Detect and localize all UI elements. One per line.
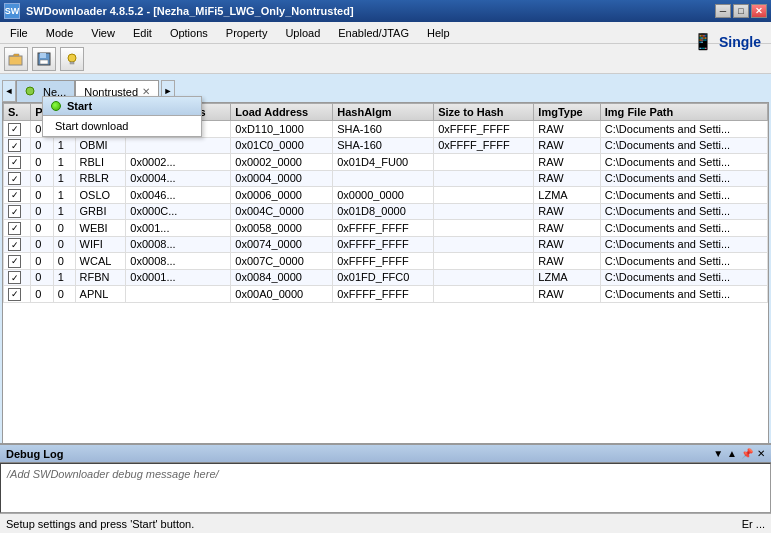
- app-icon: SW: [4, 3, 20, 19]
- debug-placeholder: /Add SWDownloader debug message here/: [7, 468, 219, 480]
- open-button[interactable]: [4, 47, 28, 71]
- cell-path: C:\Documents and Setti...: [600, 286, 767, 303]
- cell-flash: 0x0001...: [126, 269, 231, 286]
- cell-hash: [333, 170, 434, 187]
- cell-checkbox: [4, 187, 31, 204]
- cell-name: GRBI: [75, 203, 126, 220]
- menu-edit[interactable]: Edit: [125, 23, 160, 43]
- cell-checkbox: [4, 154, 31, 171]
- row-checkbox[interactable]: [8, 271, 21, 284]
- cell-t: 0: [53, 220, 75, 237]
- debug-down-btn[interactable]: ▼: [713, 448, 723, 459]
- start-popup-title: Start: [67, 100, 92, 112]
- cell-imgtype: RAW: [534, 236, 600, 253]
- cell-hash: 0x01D4_FU00: [333, 154, 434, 171]
- cell-flash: 0x0002...: [126, 154, 231, 171]
- mode-label: Single: [719, 34, 761, 50]
- cell-checkbox: [4, 286, 31, 303]
- debug-up-btn[interactable]: ▲: [727, 448, 737, 459]
- cell-flash: 0x000C...: [126, 203, 231, 220]
- cell-checkbox: [4, 203, 31, 220]
- cell-flash: 0x0004...: [126, 170, 231, 187]
- cell-p: 0: [31, 154, 53, 171]
- menu-jtag[interactable]: Enabled/JTAG: [330, 23, 417, 43]
- row-checkbox[interactable]: [8, 156, 21, 169]
- svg-rect-6: [70, 62, 74, 64]
- cell-load: 0x01C0_0000: [231, 137, 333, 154]
- cell-t: 1: [53, 170, 75, 187]
- col-load: Load Address: [231, 104, 333, 121]
- cell-checkbox: [4, 121, 31, 138]
- cell-load: 0x004C_0000: [231, 203, 333, 220]
- table-row[interactable]: 00WIFI0x0008...0x0074_00000xFFFF_FFFFRAW…: [4, 236, 768, 253]
- menu-mode[interactable]: Mode: [38, 23, 82, 43]
- table-row[interactable]: 01OBMI0x01C0_0000SHA-1600xFFFF_FFFFRAWC:…: [4, 137, 768, 154]
- cell-size: [434, 269, 534, 286]
- close-button[interactable]: ✕: [751, 4, 767, 18]
- cell-name: WEBI: [75, 220, 126, 237]
- debug-pin-btn[interactable]: 📌: [741, 448, 753, 459]
- cell-flash: 0x0008...: [126, 236, 231, 253]
- row-checkbox[interactable]: [8, 255, 21, 268]
- minimize-button[interactable]: ─: [715, 4, 731, 18]
- col-path: Img File Path: [600, 104, 767, 121]
- cell-path: C:\Documents and Setti...: [600, 187, 767, 204]
- menu-file[interactable]: File: [2, 23, 36, 43]
- cell-p: 0: [31, 203, 53, 220]
- single-mode-area: 📱 Single: [693, 32, 761, 51]
- bulb-button[interactable]: [60, 47, 84, 71]
- cell-name: WCAL: [75, 253, 126, 270]
- cell-imgtype: RAW: [534, 203, 600, 220]
- row-checkbox[interactable]: [8, 205, 21, 218]
- cell-flash: 0x001...: [126, 220, 231, 237]
- title-bar-controls[interactable]: ─ □ ✕: [715, 4, 767, 18]
- tab-left-nav[interactable]: ◄: [2, 80, 16, 102]
- maximize-button[interactable]: □: [733, 4, 749, 18]
- cell-p: 0: [31, 253, 53, 270]
- cell-imgtype: LZMA: [534, 187, 600, 204]
- row-checkbox[interactable]: [8, 189, 21, 202]
- table-row[interactable]: 00WCAL0x0008...0x007C_00000xFFFF_FFFFRAW…: [4, 253, 768, 270]
- cell-hash: 0xFFFF_FFFF: [333, 253, 434, 270]
- svg-rect-0: [9, 56, 22, 65]
- cell-p: 0: [31, 220, 53, 237]
- debug-close-btn[interactable]: ✕: [757, 448, 765, 459]
- row-checkbox[interactable]: [8, 172, 21, 185]
- cell-imgtype: RAW: [534, 220, 600, 237]
- row-checkbox[interactable]: [8, 123, 21, 136]
- table-row[interactable]: 01RBLI0x0002...0x0002_00000x01D4_FU00RAW…: [4, 154, 768, 171]
- menu-property[interactable]: Property: [218, 23, 276, 43]
- status-message: Setup settings and press 'Start' button.: [6, 518, 194, 530]
- debug-controls: ▼ ▲ 📌 ✕: [713, 448, 765, 459]
- table-row[interactable]: 00WEBI0x001...0x0058_00000xFFFF_FFFFRAWC…: [4, 220, 768, 237]
- debug-header-text: Debug Log: [6, 448, 63, 460]
- table-row[interactable]: 00APNL0x00A0_00000xFFFF_FFFFRAWC:\Docume…: [4, 286, 768, 303]
- cell-hash: 0xFFFF_FFFF: [333, 286, 434, 303]
- row-checkbox[interactable]: [8, 222, 21, 235]
- cell-checkbox: [4, 137, 31, 154]
- save-button[interactable]: [32, 47, 56, 71]
- cell-checkbox: [4, 236, 31, 253]
- cell-checkbox: [4, 253, 31, 270]
- table-row[interactable]: 01GRBI0x000C...0x004C_00000x01D8_0000RAW…: [4, 203, 768, 220]
- table-row[interactable]: 01OSLO0x0046...0x0006_00000x0000_0000LZM…: [4, 187, 768, 204]
- menu-upload[interactable]: Upload: [277, 23, 328, 43]
- row-checkbox[interactable]: [8, 238, 21, 251]
- cell-size: [434, 286, 534, 303]
- cell-t: 1: [53, 269, 75, 286]
- cell-size: [434, 253, 534, 270]
- table-row[interactable]: 01RBLR0x0004...0x0004_0000RAWC:\Document…: [4, 170, 768, 187]
- cell-imgtype: RAW: [534, 137, 600, 154]
- menu-options[interactable]: Options: [162, 23, 216, 43]
- debug-header: Debug Log ▼ ▲ 📌 ✕: [0, 445, 771, 463]
- menu-view[interactable]: View: [83, 23, 123, 43]
- start-download-item[interactable]: Start download: [43, 116, 201, 136]
- cell-size: 0xFFFF_FFFF: [434, 137, 534, 154]
- cell-size: [434, 187, 534, 204]
- row-checkbox[interactable]: [8, 288, 21, 301]
- row-checkbox[interactable]: [8, 139, 21, 152]
- menu-help[interactable]: Help: [419, 23, 458, 43]
- svg-rect-4: [40, 60, 48, 64]
- table-row[interactable]: 01RFBN0x0001...0x0084_00000x01FD_FFC0LZM…: [4, 269, 768, 286]
- cell-imgtype: RAW: [534, 154, 600, 171]
